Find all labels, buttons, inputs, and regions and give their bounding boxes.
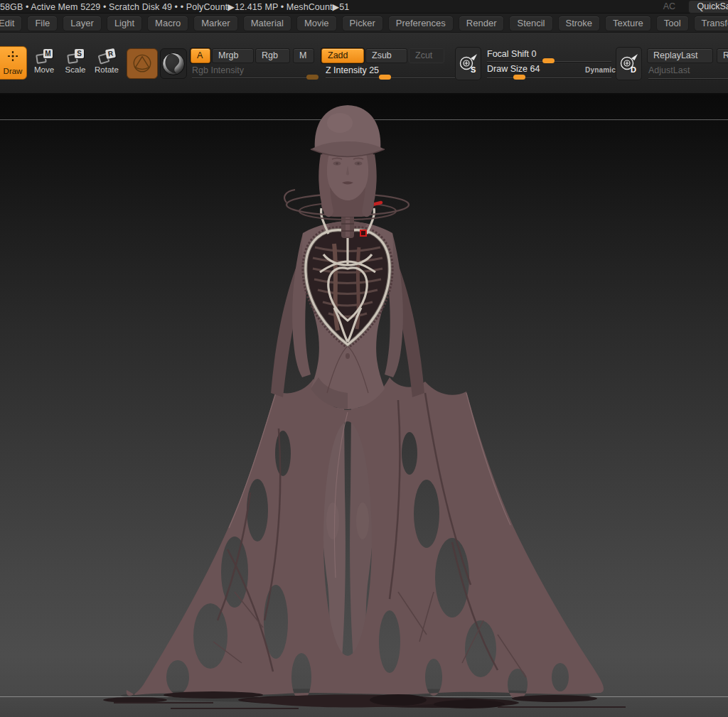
figure-helmet <box>311 105 385 157</box>
menu-macro[interactable]: Macro <box>147 16 188 31</box>
menu-bar: Edit File Layer Light Macro Marker Mater… <box>0 14 728 33</box>
scale-mode-button[interactable]: S Scale <box>61 49 90 74</box>
a-button[interactable]: A <box>191 48 210 63</box>
ac-indicator: AC <box>663 1 675 11</box>
draw-brush-icon: D <box>619 52 639 76</box>
menu-picker[interactable]: Picker <box>342 16 383 31</box>
menu-layer[interactable]: Layer <box>63 16 102 31</box>
draw-size-label: Draw Size 64 <box>487 64 540 74</box>
menu-file[interactable]: File <box>27 16 58 31</box>
move-icon: M <box>36 49 53 63</box>
red-marker-square <box>360 230 366 236</box>
mrgb-button[interactable]: Mrgb <box>212 48 254 63</box>
status-bar: 58GB • Active Mem 5229 • Scratch Disk 49… <box>0 0 728 14</box>
menu-preferences[interactable]: Preferences <box>388 16 454 31</box>
stroke-picker-button[interactable]: S <box>455 47 481 80</box>
focal-shift-handle[interactable] <box>542 58 555 63</box>
menu-movie[interactable]: Movie <box>296 16 337 31</box>
color-picker-icon <box>129 51 155 77</box>
rgb-button[interactable]: Rgb <box>255 48 290 63</box>
menu-marker[interactable]: Marker <box>193 16 237 31</box>
rgb-intensity-slider[interactable] <box>192 77 318 79</box>
top-shelf: Draw M Move S Scale R Rotate <box>0 33 728 95</box>
current-color-swatch[interactable] <box>127 48 158 79</box>
memory-status-text: 58GB • Active Mem 5229 • Scratch Disk 49… <box>0 1 349 12</box>
replay-last-button-2[interactable]: ReplayLast <box>717 48 728 63</box>
current-material-button[interactable] <box>160 48 187 79</box>
move-mode-button[interactable]: M Move <box>30 49 58 74</box>
draw-size-handle[interactable] <box>513 75 525 80</box>
menu-material[interactable]: Material <box>243 16 291 31</box>
draw-mode-button[interactable]: Draw <box>0 46 27 80</box>
material-sphere-icon <box>161 52 186 76</box>
z-intensity-label: Z Intensity 25 <box>326 65 379 75</box>
svg-text:S: S <box>471 65 476 74</box>
rgb-intensity-handle[interactable] <box>306 75 318 80</box>
rotate-mode-button[interactable]: R Rotate <box>92 49 121 74</box>
menu-transform[interactable]: Transform <box>694 16 728 31</box>
zcut-button[interactable]: Zcut <box>409 48 444 63</box>
menu-stroke[interactable]: Stroke <box>558 16 601 31</box>
stroke-brush-icon: S <box>459 52 478 76</box>
scale-icon: S <box>67 49 84 63</box>
menu-render[interactable]: Render <box>459 16 505 31</box>
menu-stencil[interactable]: Stencil <box>509 16 552 31</box>
zbrush-window: 58GB • Active Mem 5229 • Scratch Disk 49… <box>0 0 728 717</box>
draw-size-slider[interactable] <box>487 77 611 79</box>
svg-text:D: D <box>631 65 636 74</box>
sculpt-viewport[interactable] <box>0 95 728 717</box>
focal-shift-label: Focal Shift 0 <box>487 49 537 59</box>
adjust-last-slider[interactable] <box>648 78 728 80</box>
menu-tool[interactable]: Tool <box>656 16 689 31</box>
rgb-intensity-label: Rgb Intensity <box>192 65 244 75</box>
draw-crosshair-icon <box>6 50 20 66</box>
adjust-last-label: AdjustLast <box>648 65 690 75</box>
dynamic-mode-label[interactable]: Dynamic <box>585 66 616 74</box>
rotate-icon: R <box>98 49 115 63</box>
replay-last-button[interactable]: ReplayLast <box>647 48 713 63</box>
zadd-button[interactable]: Zadd <box>321 48 364 63</box>
m-button[interactable]: M <box>293 48 314 63</box>
zsub-button[interactable]: Zsub <box>365 48 407 63</box>
draw-indicator-button[interactable]: D <box>616 47 642 80</box>
menu-light[interactable]: Light <box>107 16 142 31</box>
sculpted-figure <box>0 95 728 717</box>
quicksave-button[interactable]: QuickSave <box>688 0 728 14</box>
menu-edit[interactable]: Edit <box>0 16 22 31</box>
z-intensity-handle[interactable] <box>379 75 391 80</box>
menu-texture[interactable]: Texture <box>605 16 651 31</box>
